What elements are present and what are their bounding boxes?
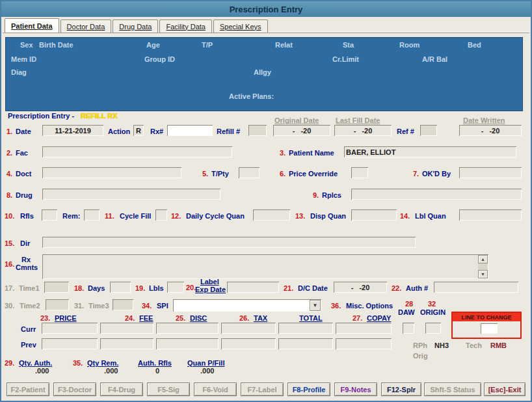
tab-doctor-data[interactable]: Doctor Data [60, 20, 112, 33]
prev-copay-field [336, 338, 392, 349]
auth-rfls-value: 0 [155, 367, 159, 375]
doct-field[interactable] [42, 167, 181, 178]
tab-facility-data[interactable]: Facility Data [159, 20, 212, 33]
tech-value: RMB [490, 342, 507, 349]
rfls-label: Rfls [20, 212, 34, 220]
dir-label: Dir [20, 239, 30, 247]
lbls-field[interactable] [167, 282, 184, 293]
curr-fee-field[interactable] [100, 323, 153, 334]
quan-pfill-label: Quan P/Fill [187, 359, 224, 367]
tab-special-keys[interactable]: Special Keys [213, 20, 268, 33]
tab-patient-data[interactable]: Patient Data [5, 18, 59, 33]
daily-cycle-quan-field[interactable] [253, 209, 290, 221]
rem-field[interactable] [84, 209, 100, 221]
tab-bar: Patient Data Doctor Data Drug Data Facil… [5, 19, 268, 33]
line-to-change-field[interactable] [481, 323, 498, 334]
origin-field[interactable] [425, 323, 441, 334]
curr-total-field [278, 323, 333, 334]
scroll-down-icon[interactable]: ▼ [478, 270, 488, 278]
price-override-field[interactable] [351, 167, 368, 178]
rfls-field[interactable] [42, 209, 57, 221]
date-field[interactable]: 11-21-2019 [42, 125, 103, 136]
label-exp-date-num: 20. [186, 284, 196, 291]
curr-disc-field[interactable] [156, 323, 219, 334]
f4-drug-label: F4-Drug [108, 386, 135, 394]
days-label: Days [88, 284, 105, 292]
auth-field[interactable] [434, 282, 518, 293]
price-override-label: Price Override [289, 170, 338, 178]
daw-field[interactable] [403, 323, 414, 334]
days-num: 18. [74, 284, 84, 292]
fac-field[interactable] [42, 146, 232, 157]
rplcs-num: 9. [313, 191, 319, 199]
prev-fee-field [100, 338, 153, 349]
dropdown-arrow-icon[interactable]: ▼ [310, 300, 321, 311]
f5-sig-label: F5-Sig [157, 386, 180, 394]
lbl-quan-field[interactable] [459, 209, 522, 221]
price-override-num: 6. [280, 170, 286, 178]
lbls-num: 19. [135, 284, 145, 292]
shfts-status-button: Shft-S Status [424, 382, 481, 396]
date-num: 1. [7, 127, 12, 135]
label-exp-date-field[interactable] [227, 282, 279, 293]
tab-drug-data[interactable]: Drug Data [113, 20, 158, 33]
esc-exit-button[interactable]: [Esc]-Exit [484, 382, 525, 396]
room-label: Room [399, 41, 419, 49]
age-label: Age [146, 41, 160, 49]
f12-splr-label: F12-Splr [387, 386, 416, 394]
rx-cmnts-field[interactable]: ▲ ▼ [42, 254, 488, 279]
rplcs-field[interactable] [351, 189, 522, 200]
time1-num: 17. [5, 284, 14, 292]
fee-col-label: FEE [139, 314, 153, 322]
disp-quan-num: 13. [295, 212, 305, 220]
cycle-fill-field[interactable] [155, 209, 167, 221]
tab-facility-label: Facility Data [166, 23, 206, 31]
f7-label-label: F7-Label [247, 386, 276, 394]
price-col-label: PRICE [55, 314, 77, 322]
fac-num: 2. [7, 149, 12, 157]
rx-cmnts-label-line1: Rx [21, 256, 31, 263]
date-written-field: - -20 [459, 125, 522, 136]
f3-doctor-button: F3-Doctor [53, 382, 96, 396]
f9-notes-button[interactable]: F9-Notes [334, 382, 377, 396]
last-fill-date-field: - -20 [334, 125, 392, 136]
curr-tax-field[interactable] [221, 323, 276, 334]
dc-date-field[interactable]: - -20 [334, 282, 387, 293]
dir-field[interactable] [42, 237, 416, 248]
curr-price-field[interactable] [42, 323, 98, 334]
curr-label: Curr [21, 325, 36, 333]
patient-name-field[interactable]: BAER, ELLIOT [344, 146, 516, 157]
dir-num: 15. [5, 239, 14, 247]
tpty-field[interactable] [239, 167, 259, 178]
curr-copay-field[interactable] [336, 323, 392, 334]
days-field[interactable] [110, 282, 131, 293]
f8-profile-button[interactable]: F8-Profile [287, 382, 330, 396]
disp-quan-field[interactable] [351, 209, 397, 221]
f5-sig-button: F5-Sig [147, 382, 190, 396]
fee-col-num: 24. [125, 314, 135, 322]
tpty-num: 5. [202, 170, 208, 178]
tab-doctor-label: Doctor Data [67, 23, 105, 31]
rx-cmnts-scrollbar[interactable]: ▲ ▼ [478, 255, 488, 278]
drug-field[interactable] [42, 189, 220, 200]
f12-splr-button[interactable]: F12-Splr [381, 382, 421, 396]
dc-date-num: 21. [284, 284, 293, 292]
price-col-num: 23. [40, 314, 50, 322]
action-field[interactable]: R [133, 125, 144, 136]
quan-pfill-value: .000 [200, 367, 214, 375]
rplcs-label: Rplcs [322, 191, 341, 199]
daw-num: 28 [405, 300, 413, 308]
time2-label: Time2 [20, 302, 40, 310]
bed-label: Bed [468, 41, 481, 49]
qty-auth-num: 29. [5, 359, 14, 367]
spi-dropdown[interactable]: ▼ [173, 299, 321, 312]
prescription-entry-window: Prescription Entry Patient Data Doctor D… [0, 0, 532, 402]
okd-by-field[interactable] [459, 167, 522, 178]
auth-num: 22. [392, 284, 401, 292]
scroll-up-icon[interactable]: ▲ [478, 255, 488, 263]
disc-col-num: 25. [176, 314, 185, 322]
cycle-fill-num: 11. [105, 212, 114, 220]
rph-label: RPh [413, 342, 427, 349]
rx-number-field[interactable] [167, 125, 213, 136]
rx-number-label: Rx# [150, 127, 163, 135]
